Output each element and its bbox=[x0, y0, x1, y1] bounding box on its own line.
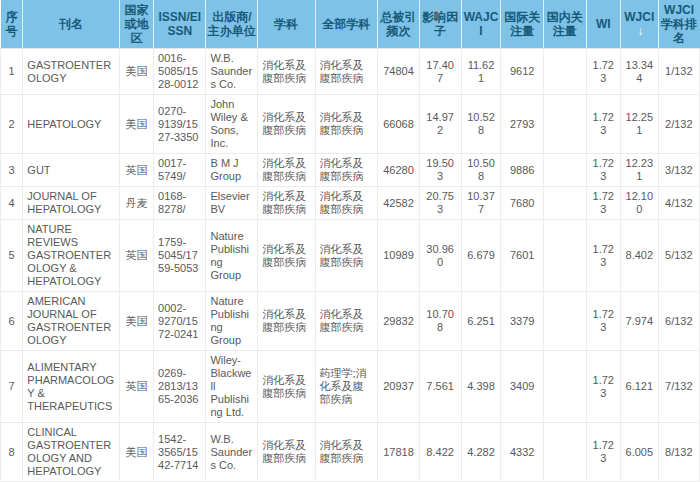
column-header-label: 影响因子 bbox=[422, 10, 458, 38]
cell-no: 8 bbox=[1, 423, 23, 482]
cell-country: 英国 bbox=[119, 351, 153, 423]
sort-descending-icon[interactable]: ↓ bbox=[637, 24, 643, 38]
cell-wajci: 10.508 bbox=[461, 154, 501, 187]
column-header-label: WI bbox=[596, 17, 611, 31]
cell-domestic_attention bbox=[544, 95, 587, 154]
cell-domestic_attention bbox=[544, 154, 587, 187]
cell-impact_factor: 30.960 bbox=[419, 220, 461, 292]
cell-issn: 1759-5045/1759-5053 bbox=[154, 220, 206, 292]
column-header-all_subjects[interactable]: 全部学科 bbox=[315, 0, 378, 49]
cell-impact_factor: 14.972 bbox=[419, 95, 461, 154]
cell-issn: 0168-8278/ bbox=[154, 187, 206, 220]
cell-no: 7 bbox=[1, 351, 23, 423]
column-header-label: 刊名 bbox=[59, 17, 83, 31]
cell-intl_attention: 4332 bbox=[501, 423, 544, 482]
table-row: 7ALIMENTARY PHARMACOLOGY & THERAPEUTICS英… bbox=[1, 351, 700, 423]
cell-name: CLINICAL GASTROENTEROLOGY AND HEPATOLOGY bbox=[23, 423, 119, 482]
column-header-publisher[interactable]: 出版商/主办单位 bbox=[206, 0, 258, 49]
cell-wjci: 7.974 bbox=[620, 292, 658, 351]
cell-publisher: Elsevier BV bbox=[206, 187, 258, 220]
cell-citations: 46280 bbox=[378, 154, 419, 187]
cell-country: 英国 bbox=[119, 154, 153, 187]
cell-wajci: 11.621 bbox=[461, 49, 501, 95]
cell-no: 2 bbox=[1, 95, 23, 154]
cell-domestic_attention bbox=[544, 187, 587, 220]
cell-wi: 1.723 bbox=[586, 187, 620, 220]
cell-wjci: 12.251 bbox=[620, 95, 658, 154]
cell-citations: 66068 bbox=[378, 95, 419, 154]
cell-issn: 0016-5085/1528-0012 bbox=[154, 49, 206, 95]
column-header-domestic_attention[interactable]: 国内关注量 bbox=[544, 0, 587, 49]
column-header-label: 总被引频次 bbox=[381, 10, 417, 38]
cell-wjci: 6.121 bbox=[620, 351, 658, 423]
column-header-subject[interactable]: 学科 bbox=[258, 0, 315, 49]
column-header-impact_factor[interactable]: 影响因子 bbox=[419, 0, 461, 49]
table-body: 1GASTROENTEROLOGY美国0016-5085/1528-0012W.… bbox=[1, 49, 700, 482]
cell-all_subjects: 消化系及腹部疾病 bbox=[315, 187, 378, 220]
table-row: 3GUT英国0017-5749/B M J Group消化系及腹部疾病消化系及腹… bbox=[1, 154, 700, 187]
cell-impact_factor: 10.708 bbox=[419, 292, 461, 351]
cell-all_subjects: 消化系及腹部疾病 bbox=[315, 220, 378, 292]
cell-country: 美国 bbox=[119, 95, 153, 154]
cell-issn: 1542-3565/1542-7714 bbox=[154, 423, 206, 482]
column-header-wjci_rank[interactable]: WJCI学科排名 bbox=[658, 0, 699, 49]
column-header-wjci[interactable]: WJCI↓ bbox=[620, 0, 658, 49]
cell-intl_attention: 7680 bbox=[501, 187, 544, 220]
column-header-label: 全部学科 bbox=[322, 17, 370, 31]
column-header-name[interactable]: 刊名 bbox=[23, 0, 119, 49]
cell-wajci: 4.282 bbox=[461, 423, 501, 482]
cell-all_subjects: 消化系及腹部疾病 bbox=[315, 49, 378, 95]
table-row: 6AMERICAN JOURNAL OF GASTROENTEROLOGY美国0… bbox=[1, 292, 700, 351]
cell-all_subjects: 药理学;消化系及腹部疾病 bbox=[315, 351, 378, 423]
cell-subject: 消化系及腹部疾病 bbox=[258, 95, 315, 154]
column-header-country[interactable]: 国家或地区 bbox=[119, 0, 153, 49]
cell-publisher: B M J Group bbox=[206, 154, 258, 187]
cell-subject: 消化系及腹部疾病 bbox=[258, 292, 315, 351]
cell-publisher: Nature Publishing Group bbox=[206, 292, 258, 351]
cell-subject: 消化系及腹部疾病 bbox=[258, 49, 315, 95]
cell-wjci: 8.402 bbox=[620, 220, 658, 292]
column-header-label: 学科 bbox=[274, 17, 298, 31]
column-header-issn[interactable]: ISSN/EISSN bbox=[154, 0, 206, 49]
column-header-citations[interactable]: 总被引频次 bbox=[378, 0, 419, 49]
cell-wajci: 10.528 bbox=[461, 95, 501, 154]
cell-issn: 0269-2813/1365-2036 bbox=[154, 351, 206, 423]
cell-country: 美国 bbox=[119, 423, 153, 482]
cell-wjci_rank: 3/132 bbox=[658, 154, 699, 187]
cell-name: GUT bbox=[23, 154, 119, 187]
cell-impact_factor: 7.561 bbox=[419, 351, 461, 423]
journal-ranking-table: 序号刊名国家或地区ISSN/EISSN出版商/主办单位学科全部学科总被引频次影响… bbox=[0, 0, 700, 482]
column-header-wi[interactable]: WI bbox=[586, 0, 620, 49]
column-header-no[interactable]: 序号 bbox=[1, 0, 23, 49]
cell-subject: 消化系及腹部疾病 bbox=[258, 154, 315, 187]
column-header-label: 国际关注量 bbox=[504, 10, 540, 38]
cell-name: NATURE REVIEWS GASTROENTEROLOGY & HEPATO… bbox=[23, 220, 119, 292]
table-row: 4JOURNAL OF HEPATOLOGY丹麦0168-8278/Elsevi… bbox=[1, 187, 700, 220]
cell-impact_factor: 20.753 bbox=[419, 187, 461, 220]
cell-domestic_attention bbox=[544, 423, 587, 482]
cell-wajci: 6.679 bbox=[461, 220, 501, 292]
cell-all_subjects: 消化系及腹部疾病 bbox=[315, 292, 378, 351]
cell-intl_attention: 9886 bbox=[501, 154, 544, 187]
cell-subject: 消化系及腹部疾病 bbox=[258, 220, 315, 292]
cell-subject: 消化系及腹部疾病 bbox=[258, 187, 315, 220]
cell-no: 5 bbox=[1, 220, 23, 292]
cell-citations: 74804 bbox=[378, 49, 419, 95]
column-header-label: WAJCI bbox=[464, 10, 499, 38]
cell-country: 英国 bbox=[119, 220, 153, 292]
cell-intl_attention: 3379 bbox=[501, 292, 544, 351]
cell-issn: 0017-5749/ bbox=[154, 154, 206, 187]
cell-wi: 1.723 bbox=[586, 154, 620, 187]
cell-name: JOURNAL OF HEPATOLOGY bbox=[23, 187, 119, 220]
cell-no: 3 bbox=[1, 154, 23, 187]
column-header-wajci[interactable]: WAJCI bbox=[461, 0, 501, 49]
cell-all_subjects: 消化系及腹部疾病 bbox=[315, 423, 378, 482]
cell-wjci_rank: 8/132 bbox=[658, 423, 699, 482]
cell-all_subjects: 消化系及腹部疾病 bbox=[315, 154, 378, 187]
table-row: 8CLINICAL GASTROENTEROLOGY AND HEPATOLOG… bbox=[1, 423, 700, 482]
column-header-label: WJCI bbox=[624, 10, 654, 24]
cell-wi: 1.723 bbox=[586, 95, 620, 154]
cell-subject: 消化系及腹部疾病 bbox=[258, 351, 315, 423]
column-header-intl_attention[interactable]: 国际关注量 bbox=[501, 0, 544, 49]
cell-citations: 29832 bbox=[378, 292, 419, 351]
